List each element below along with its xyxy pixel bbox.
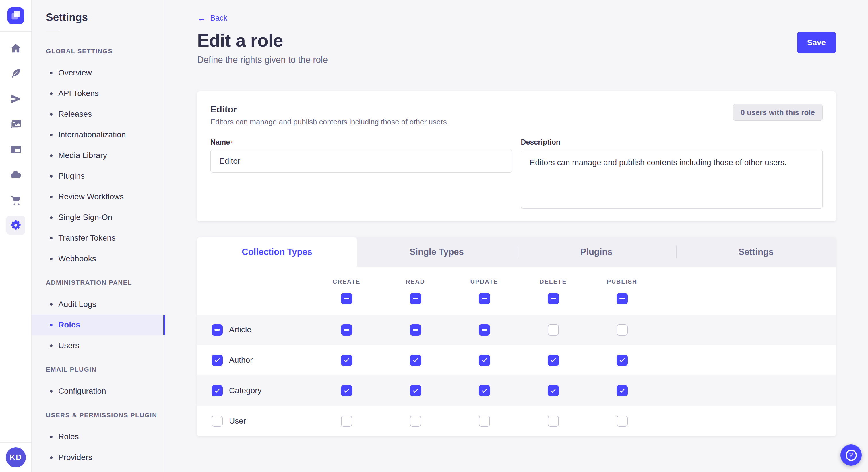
category-update-checkbox[interactable] [479, 385, 490, 396]
back-link[interactable]: ← Back [197, 0, 227, 23]
sidebar-item-single-sign-on[interactable]: Single Sign-On [32, 207, 165, 228]
help-button[interactable]: ? [840, 444, 862, 466]
sidebar-title-divider [46, 30, 59, 30]
article-read-checkbox[interactable] [410, 324, 421, 336]
author-create-checkbox[interactable] [341, 355, 352, 366]
icon-rail: KD [0, 0, 32, 472]
category-publish-checkbox[interactable] [617, 385, 628, 396]
permissions-row-user: User [197, 406, 836, 436]
question-mark-icon: ? [846, 450, 857, 461]
role-description-text: Editors can manage and publish contents … [210, 117, 449, 127]
tab-plugins[interactable]: Plugins [517, 237, 676, 267]
select-all-publish-checkbox[interactable] [617, 293, 628, 304]
pen-icon[interactable] [6, 64, 25, 83]
sidebar-item-label: Providers [58, 453, 92, 462]
column-header-create: CREATE [312, 278, 381, 285]
author-publish-checkbox[interactable] [617, 355, 628, 366]
sidebar-item-internationalization[interactable]: Internationalization [32, 125, 165, 145]
sidebar-item-label: Transfer Tokens [58, 233, 115, 243]
select-all-delete-checkbox[interactable] [548, 293, 559, 304]
sidebar-item-transfer-tokens[interactable]: Transfer Tokens [32, 228, 165, 248]
permissions-tabs: Collection TypesSingle TypesPluginsSetti… [197, 237, 836, 267]
user-avatar[interactable]: KD [6, 447, 26, 467]
users-with-role-badge: 0 users with this role [733, 104, 823, 121]
description-field-label: Description [521, 138, 561, 146]
role-details-card: Editor Editors can manage and publish co… [197, 92, 836, 222]
media-icon[interactable] [6, 115, 25, 134]
user-read-checkbox[interactable] [410, 415, 421, 427]
sidebar-item-label: Overview [58, 68, 92, 77]
save-button[interactable]: Save [797, 32, 836, 53]
select-all-update-checkbox[interactable] [479, 293, 490, 304]
user-update-checkbox[interactable] [479, 415, 490, 427]
paper-plane-icon[interactable] [6, 90, 25, 108]
name-field-group: Name* [210, 138, 513, 210]
sidebar-item-webhooks[interactable]: Webhooks [32, 248, 165, 269]
layout-icon[interactable] [6, 140, 25, 159]
back-arrow-icon: ← [197, 14, 206, 23]
tab-collection-types[interactable]: Collection Types [197, 237, 357, 267]
description-textarea[interactable]: Editors can manage and publish contents … [521, 150, 823, 209]
user-create-checkbox[interactable] [341, 415, 352, 427]
permissions-column-headers: CREATEREADUPDATEDELETEPUBLISH [197, 267, 836, 285]
bullet-icon [50, 154, 53, 157]
name-input[interactable] [210, 150, 513, 173]
category-create-checkbox[interactable] [341, 385, 352, 396]
sidebar-item-label: Configuration [58, 386, 106, 396]
bullet-icon [50, 344, 53, 347]
user-publish-checkbox[interactable] [617, 415, 628, 427]
name-field-label: Name [210, 138, 230, 146]
bullet-icon [50, 258, 53, 260]
row-category-checkbox[interactable] [212, 385, 223, 396]
row-user-checkbox[interactable] [212, 415, 223, 427]
cloud-icon[interactable] [6, 165, 25, 184]
category-read-checkbox[interactable] [410, 385, 421, 396]
bullet-icon [50, 324, 53, 326]
sidebar-item-audit-logs[interactable]: Audit Logs [32, 294, 165, 314]
permissions-row-author: Author [197, 345, 836, 375]
sidebar-item-providers[interactable]: Providers [32, 447, 165, 468]
tab-single-types[interactable]: Single Types [357, 237, 516, 267]
tab-settings[interactable]: Settings [676, 237, 836, 267]
sidebar-item-review-workflows[interactable]: Review Workflows [32, 187, 165, 207]
sidebar-item-roles[interactable]: Roles [32, 314, 165, 335]
sidebar-item-plugins[interactable]: Plugins [32, 166, 165, 187]
gear-icon[interactable] [6, 216, 25, 235]
strapi-logo-icon[interactable] [3, 3, 28, 28]
sidebar-item-label: Plugins [58, 171, 85, 181]
column-header-update: UPDATE [450, 278, 519, 285]
user-delete-checkbox[interactable] [548, 415, 559, 427]
permissions-rows: ArticleAuthorCategoryUser [197, 314, 836, 436]
cart-icon[interactable] [6, 191, 25, 209]
category-delete-checkbox[interactable] [548, 385, 559, 396]
sidebar-item-overview[interactable]: Overview [32, 63, 165, 83]
home-icon[interactable] [6, 39, 25, 58]
article-delete-checkbox[interactable] [548, 324, 559, 336]
author-update-checkbox[interactable] [479, 355, 490, 366]
author-read-checkbox[interactable] [410, 355, 421, 366]
row-label: Author [229, 356, 253, 365]
sidebar-item-media-library[interactable]: Media Library [32, 145, 165, 166]
sidebar-item-label: Roles [58, 432, 79, 441]
bullet-icon [50, 175, 53, 177]
sidebar-item-users[interactable]: Users [32, 335, 165, 356]
role-name-heading: Editor [210, 104, 449, 115]
article-publish-checkbox[interactable] [617, 324, 628, 336]
sidebar-item-label: Roles [58, 320, 80, 330]
select-all-read-checkbox[interactable] [410, 293, 421, 304]
row-article-checkbox[interactable] [212, 324, 223, 336]
indeterminate-dash-icon [482, 298, 487, 299]
row-label: User [229, 416, 246, 426]
workspace-logo-area [0, 0, 31, 32]
select-all-create-checkbox[interactable] [341, 293, 352, 304]
row-label: Article [229, 325, 251, 334]
article-create-checkbox[interactable] [341, 324, 352, 336]
sidebar-item-api-tokens[interactable]: API Tokens [32, 83, 165, 104]
sidebar-item-configuration[interactable]: Configuration [32, 381, 165, 401]
author-delete-checkbox[interactable] [548, 355, 559, 366]
row-author-checkbox[interactable] [212, 355, 223, 366]
article-update-checkbox[interactable] [479, 324, 490, 336]
sidebar-section: EMAIL PLUGINConfiguration [32, 366, 165, 401]
sidebar-item-roles[interactable]: Roles [32, 427, 165, 447]
sidebar-item-releases[interactable]: Releases [32, 104, 165, 125]
